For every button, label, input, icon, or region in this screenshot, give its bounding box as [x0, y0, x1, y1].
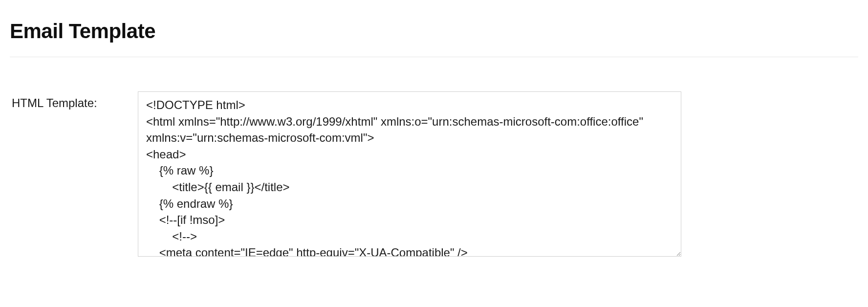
html-template-textarea[interactable] — [138, 91, 681, 257]
page-title: Email Template — [10, 20, 858, 57]
page-container: Email Template HTML Template: — [0, 0, 868, 259]
form-label-column: HTML Template: — [10, 91, 138, 110]
html-template-label: HTML Template: — [12, 96, 97, 110]
form-row-html-template: HTML Template: — [10, 57, 858, 259]
form-field-column — [138, 91, 681, 259]
